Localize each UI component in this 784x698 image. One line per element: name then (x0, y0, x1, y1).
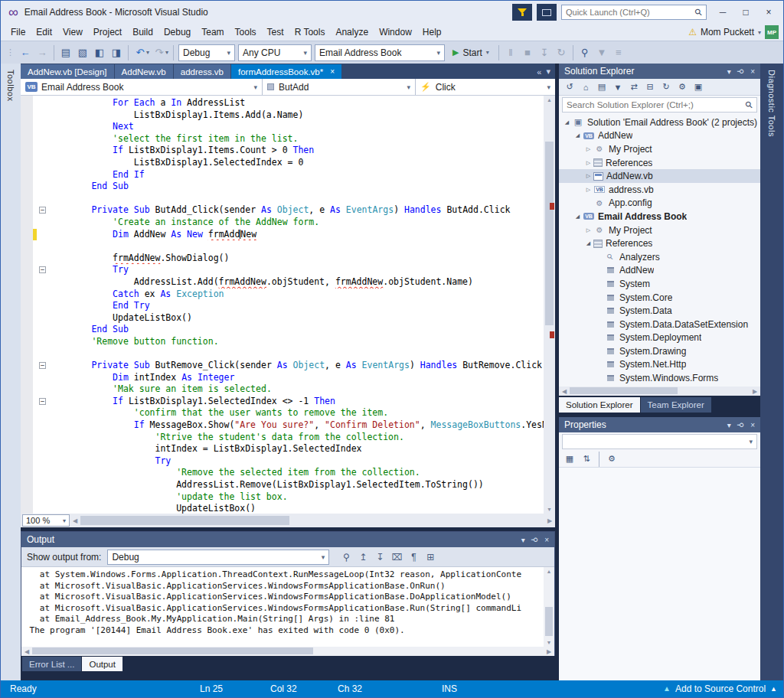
nav-member-combo[interactable]: ButAdd▾ (263, 79, 416, 95)
word-wrap-icon[interactable]: ¶ (406, 550, 421, 565)
save-all-icon[interactable]: ◨ (108, 44, 125, 61)
pending-changes-filter-icon[interactable]: ▼ (610, 80, 626, 94)
code-line[interactable]: − Private Sub ButAdd_Click(sender As Obj… (33, 204, 544, 217)
panel-tab-output[interactable]: Output (82, 657, 122, 671)
properties-icon[interactable]: ⚙ (675, 80, 690, 94)
home-icon[interactable]: ⌂ (578, 80, 593, 94)
tree-item[interactable]: ◢Solution 'Email Address Book' (2 projec… (559, 116, 760, 129)
code-line[interactable] (33, 240, 544, 253)
code-line[interactable]: End Sub (33, 181, 544, 193)
menu-item-window[interactable]: Window (374, 24, 417, 41)
preview-code-icon[interactable]: ▣ (691, 80, 706, 94)
code-line[interactable]: frmAddNew.ShowDialog() (33, 253, 544, 265)
output-header[interactable]: Output ▾ ⚲ × (21, 532, 554, 547)
start-button[interactable]: ▶ Start ▾ (452, 47, 489, 58)
expander-icon[interactable]: ▷ (583, 173, 593, 179)
code-line[interactable]: AddressList.Add(frmAddNew.objStudent, fr… (33, 276, 544, 289)
tree-item[interactable]: System (559, 277, 760, 291)
new-file-icon[interactable]: ▤ (57, 44, 74, 61)
tree-item[interactable]: ▷References (559, 156, 760, 170)
expander-icon[interactable]: ▷ (583, 146, 593, 152)
tree-item[interactable]: ◢References (559, 236, 760, 250)
scrollbar-thumb[interactable] (32, 647, 313, 654)
code-line[interactable]: End Try (33, 300, 544, 312)
code-line[interactable]: For Each a In AddressList (33, 97, 544, 109)
code-line[interactable]: 'confirm that the user wants to remove t… (33, 407, 544, 419)
tree-item[interactable]: ▷My Project (559, 223, 760, 237)
open-file-icon[interactable]: ▧ (74, 44, 91, 61)
scroll-left-icon[interactable]: ◀ (70, 517, 80, 524)
tree-item[interactable]: ▷address.vb (559, 183, 760, 197)
expander-icon[interactable]: ◢ (573, 214, 583, 220)
code-line[interactable]: ListBxDisplay1.Items.Add(a.Name) (33, 109, 544, 122)
menu-item-team[interactable]: Team (196, 24, 229, 41)
scrollbar-thumb[interactable] (545, 142, 554, 325)
scroll-down-icon[interactable]: ▼ (544, 640, 554, 645)
menu-item-r-tools[interactable]: R Tools (289, 24, 331, 41)
code-line[interactable]: intIndex = ListBxDisplay1.SelectedIndex (33, 443, 544, 455)
menu-item-test[interactable]: Test (262, 24, 289, 41)
menu-item-build[interactable]: Build (127, 24, 158, 41)
code-line[interactable]: Catch ex As Exception (33, 289, 544, 301)
code-line[interactable]: − If ListBxDisplay1.SelectedIndex <> -1 … (33, 396, 544, 408)
collapse-all-icon[interactable]: ⊟ (642, 80, 658, 94)
tab-scroll-icon[interactable]: « (537, 67, 541, 77)
tree-item[interactable]: Analyzers (559, 250, 760, 264)
code-line[interactable]: Try (33, 455, 544, 468)
collapse-region-icon[interactable]: − (39, 398, 46, 405)
startup-project-combo[interactable]: Email Address Book▾ (315, 44, 445, 61)
properties-object-combo[interactable]: ▾ (562, 434, 757, 449)
add-to-source-control[interactable]: ▲ Add to Source Control ▲ (663, 680, 777, 697)
scroll-left-icon[interactable]: ◀ (21, 648, 32, 655)
code-line[interactable]: 'update the list box. (33, 491, 544, 504)
scroll-down-icon[interactable]: ▼ (544, 507, 555, 512)
tool-tab-solution-explorer[interactable]: Solution Explorer (559, 397, 640, 413)
se-search-input[interactable] (567, 100, 746, 109)
tree-item[interactable]: System.Data (559, 304, 760, 318)
collapse-region-icon[interactable]: − (39, 207, 46, 214)
back-icon[interactable]: ↺ (562, 80, 577, 94)
code-line[interactable]: If MessageBox.Show("Are You sure?", "Con… (33, 419, 544, 432)
scroll-right-icon[interactable]: ▶ (750, 388, 760, 395)
code-line[interactable]: 'Mak sure an item is selected. (33, 383, 544, 396)
config-combo[interactable]: Debug▾ (178, 44, 235, 61)
panel-tab-error-list[interactable]: Error List ... (22, 657, 81, 671)
tree-item[interactable]: System.Windows.Forms (559, 371, 760, 385)
close-button[interactable]: × (757, 3, 780, 21)
nav-event-combo[interactable]: ⚡ Click▾ (416, 79, 555, 95)
properties-header[interactable]: Properties ▾ ⚲ × (559, 417, 760, 432)
output-hscrollbar[interactable]: ◀ ▶ (21, 647, 554, 656)
code-line[interactable]: − Private Sub ButRemove_Click(sender As … (33, 360, 544, 372)
output-lines[interactable]: at System.Windows.Forms.Application.Thre… (21, 567, 544, 647)
property-pages-icon[interactable]: ⚙ (604, 452, 619, 466)
stop-icon[interactable]: ■ (519, 44, 536, 61)
scrollbar-thumb[interactable] (80, 516, 289, 525)
expander-icon[interactable]: ▷ (583, 160, 593, 166)
code-line[interactable]: 'Remove the selected item from the colle… (33, 467, 544, 479)
code-line[interactable]: 'select the first item in the list. (33, 133, 544, 145)
pin-icon[interactable]: ⚲ (531, 537, 539, 542)
doc-tab[interactable]: AddNew.vb [Design] (21, 64, 114, 79)
doc-tab[interactable]: address.vb (174, 64, 230, 79)
code-line[interactable]: Dim AddNew As New frmAddNew (33, 229, 544, 241)
nav-scope-combo[interactable]: VB Email Address Book▾ (21, 79, 263, 95)
goto-next-message-icon[interactable]: ↧ (372, 550, 387, 565)
doc-tab[interactable]: formAddressBook.vb*× (231, 64, 341, 79)
scroll-right-icon[interactable]: ▶ (544, 648, 554, 655)
se-header[interactable]: Solution Explorer ▾ ⚲ × (559, 64, 760, 79)
platform-combo[interactable]: Any CPU▾ (238, 44, 312, 61)
code-line[interactable]: − Try (33, 264, 544, 276)
toolbar-grip[interactable]: ⋮ (6, 47, 15, 57)
code-line[interactable]: End If (33, 169, 544, 181)
menu-item-tools[interactable]: Tools (230, 24, 262, 41)
find-icon[interactable]: ⚲ (577, 44, 593, 61)
categorized-icon[interactable]: ▦ (562, 452, 577, 466)
tree-item[interactable]: App.config (559, 197, 760, 210)
break-all-icon[interactable]: ‖ (502, 44, 519, 61)
code-line[interactable]: ListBxDisplay1.SelectedIndex = 0 (33, 157, 544, 169)
menu-item-edit[interactable]: Edit (31, 24, 57, 41)
refresh-icon[interactable]: ↻ (658, 80, 674, 94)
close-icon[interactable]: × (750, 67, 755, 76)
menu-item-debug[interactable]: Debug (158, 24, 196, 41)
maximize-button[interactable]: □ (734, 3, 757, 21)
